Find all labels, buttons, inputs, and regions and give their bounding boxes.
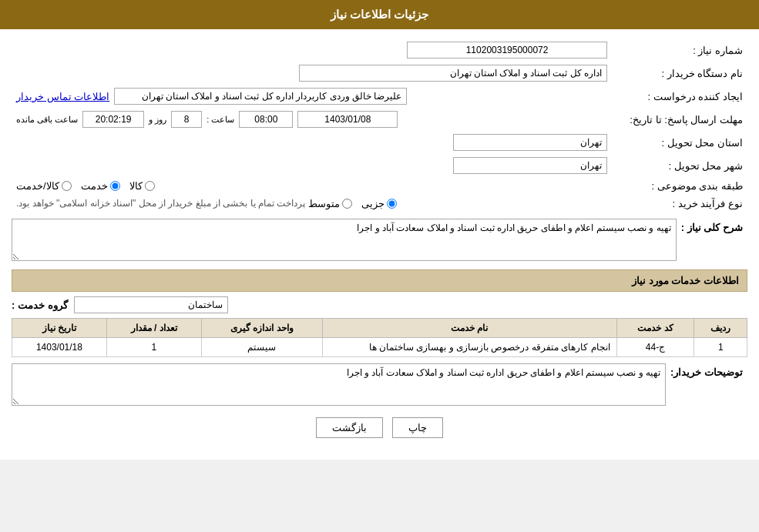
sharh-label: شرح کلی نیاز : xyxy=(677,219,747,236)
toseeh-label: توضیحات خریدار: xyxy=(666,363,747,381)
dastgah-input[interactable] xyxy=(299,65,607,82)
page-wrapper: جزئیات اطلاعات نیاز شماره نیاز : نام دست… xyxy=(0,0,759,460)
radio-jozii[interactable]: جزیی xyxy=(361,198,397,209)
th-name: نام خدمت xyxy=(322,319,616,338)
shahr-label: شهر محل تحویل : xyxy=(612,154,747,177)
tabaqe-value: کالا/خدمت خدمت کالا xyxy=(12,177,612,195)
tabaqe-label: طبقه بندی موضوعی : xyxy=(612,177,747,195)
saat-mande-label: ساعت باقی مانده xyxy=(16,115,78,125)
th-vahed: واحد اندازه گیری xyxy=(201,319,322,338)
shahr-value xyxy=(12,154,612,177)
farayand-value: پرداخت تمام یا بخشی از مبلغ خریدار از مح… xyxy=(12,195,612,212)
ostan-value xyxy=(12,131,612,154)
toseeh-content: تهیه و نصب سیستم اعلام و اطفای حریق ادار… xyxy=(12,363,666,408)
sharh-content: تهیه و نصب سیستم اعلام و اطفای حریق ادار… xyxy=(12,219,677,263)
shahr-input[interactable] xyxy=(453,157,607,174)
ijad-label: ایجاد کننده درخواست : xyxy=(612,85,747,108)
saat-input[interactable] xyxy=(239,111,293,128)
row-farayand: نوع فرآیند خرید : پرداخت تمام یا بخشی از… xyxy=(12,195,747,212)
cell-kod: ج-44 xyxy=(616,338,694,357)
dastgah-label: نام دستگاه خریدار : xyxy=(612,62,747,85)
radio-motavaset-input[interactable] xyxy=(342,199,352,209)
dastgah-value xyxy=(12,62,612,85)
group-input[interactable] xyxy=(74,296,228,313)
mohlat-label: مهلت ارسال پاسخ: تا تاریخ: xyxy=(612,108,747,131)
print-button[interactable]: چاپ xyxy=(392,417,443,438)
farayand-note: پرداخت تمام یا بخشی از مبلغ خریدار از مح… xyxy=(16,198,305,209)
jozii-label: جزیی xyxy=(361,198,385,209)
date-input[interactable] xyxy=(297,111,398,128)
services-table: ردیف کد خدمت نام خدمت واحد اندازه گیری ت… xyxy=(12,318,747,357)
tamas-link[interactable]: اطلاعات تماس خریدار xyxy=(16,91,109,102)
th-tedad: تعداد / مقدار xyxy=(106,319,201,338)
saat-label: ساعت : xyxy=(207,115,234,125)
radio-kala-khedmat-input[interactable] xyxy=(62,181,72,191)
group-label: گروه خدمت : xyxy=(12,299,68,311)
motavaset-label: متوسط xyxy=(308,198,340,209)
ijad-value: اطلاعات تماس خریدار xyxy=(12,85,612,108)
th-tarikh: تاریخ نیاز xyxy=(12,319,107,338)
radio-kala-input[interactable] xyxy=(145,181,155,191)
cell-tarikh: 1403/01/18 xyxy=(12,338,107,357)
services-section-header: اطلاعات خدمات مورد نیاز xyxy=(12,269,747,292)
ostan-label: استان محل تحویل : xyxy=(612,131,747,154)
content-area: شماره نیاز : نام دستگاه خریدار : ایجاد ک… xyxy=(0,29,759,460)
sharh-textarea[interactable]: تهیه و نصب سیستم اعلام و اطفای حریق ادار… xyxy=(12,219,677,261)
kala-label: کالا xyxy=(129,180,143,192)
services-header-row: ردیف کد خدمت نام خدمت واحد اندازه گیری ت… xyxy=(12,319,747,338)
kala-khedmat-label: کالا/خدمت xyxy=(16,180,59,192)
saat-mande-input[interactable] xyxy=(82,111,144,128)
radio-jozii-input[interactable] xyxy=(387,199,397,209)
cell-vahed: سیستم xyxy=(201,338,322,357)
row-ostan: استان محل تحویل : xyxy=(12,131,747,154)
th-kod: کد خدمت xyxy=(616,319,694,338)
row-tabaqe: طبقه بندی موضوعی : کالا/خدمت خدمت کالا xyxy=(12,177,747,195)
cell-name: انجام کارهای متفرقه درخصوص بازسازی و بهس… xyxy=(322,338,616,357)
ostan-input[interactable] xyxy=(453,134,607,151)
toseeh-row: توضیحات خریدار: تهیه و نصب سیستم اعلام و… xyxy=(12,363,747,408)
radio-kala[interactable]: کالا xyxy=(129,180,155,192)
row-shahr: شهر محل تحویل : xyxy=(12,154,747,177)
radio-motavaset[interactable]: متوسط xyxy=(308,198,352,209)
radio-khedmat[interactable]: خدمت xyxy=(81,180,120,192)
sharh-row: شرح کلی نیاز : تهیه و نصب سیستم اعلام و … xyxy=(12,219,747,263)
group-row: گروه خدمت : xyxy=(12,296,747,313)
row-mohlat: مهلت ارسال پاسخ: تا تاریخ: ساعت باقی مان… xyxy=(12,108,747,131)
radio-kala-khedmat[interactable]: کالا/خدمت xyxy=(16,180,72,192)
services-table-head: ردیف کد خدمت نام خدمت واحد اندازه گیری ت… xyxy=(12,319,747,338)
page-title: جزئیات اطلاعات نیاز xyxy=(331,8,428,21)
page-header: جزئیات اطلاعات نیاز xyxy=(0,0,759,29)
ijad-input[interactable] xyxy=(114,88,407,105)
toseeh-textarea[interactable]: تهیه و نصب سیستم اعلام و اطفای حریق ادار… xyxy=(12,363,666,406)
back-button[interactable]: بازگشت xyxy=(316,417,383,438)
cell-tedad: 1 xyxy=(106,338,201,357)
farayand-label: نوع فرآیند خرید : xyxy=(612,195,747,212)
khedmat-label: خدمت xyxy=(81,180,108,192)
row-ijad: ایجاد کننده درخواست : اطلاعات تماس خریدا… xyxy=(12,85,747,108)
cell-radif: 1 xyxy=(694,338,747,357)
shomara-value xyxy=(380,38,613,62)
row-dastgah: نام دستگاه خریدار : xyxy=(12,62,747,85)
table-row: 1 ج-44 انجام کارهای متفرقه درخصوص بازساز… xyxy=(12,338,747,357)
services-table-body: 1 ج-44 انجام کارهای متفرقه درخصوص بازساز… xyxy=(12,338,747,357)
th-radif: ردیف xyxy=(694,319,747,338)
rooz-label: روز و xyxy=(149,115,166,125)
radio-khedmat-input[interactable] xyxy=(110,181,120,191)
info-table: شماره نیاز : نام دستگاه خریدار : ایجاد ک… xyxy=(12,38,747,212)
shomara-input[interactable] xyxy=(407,42,607,59)
row-shomara: شماره نیاز : xyxy=(12,38,747,62)
mohlat-value: ساعت باقی مانده روز و ساعت : xyxy=(12,108,612,131)
btn-row: چاپ بازگشت xyxy=(12,417,747,450)
rooz-input[interactable] xyxy=(171,111,202,128)
shomara-label: شماره نیاز : xyxy=(612,38,747,62)
